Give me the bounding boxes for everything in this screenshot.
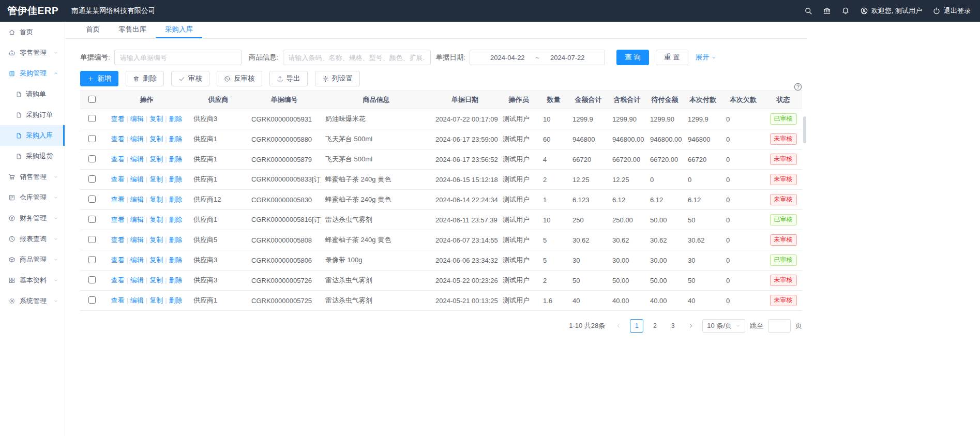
sidebar-item-purchase-return[interactable]: 采购退货 xyxy=(0,146,65,167)
expand-filters-link[interactable]: 展开 xyxy=(696,53,717,62)
delete-link[interactable]: 删除 xyxy=(169,115,183,123)
row-checkbox[interactable] xyxy=(88,196,96,203)
tab-purchase-inbound[interactable]: 采购入库 xyxy=(156,22,202,38)
cell-payable: 66720.00 xyxy=(646,149,684,170)
edit-link[interactable]: 编辑 xyxy=(130,276,144,284)
row-checkbox[interactable] xyxy=(88,155,96,162)
edit-link[interactable]: 编辑 xyxy=(130,236,144,244)
copy-link[interactable]: 复制 xyxy=(149,216,163,223)
view-link[interactable]: 查看 xyxy=(111,256,124,264)
prev-page-button[interactable] xyxy=(612,319,625,333)
date-range-picker[interactable]: ~ xyxy=(470,50,605,65)
delete-link[interactable]: 删除 xyxy=(169,216,183,223)
copy-link[interactable]: 复制 xyxy=(149,196,163,203)
delete-link[interactable]: 删除 xyxy=(169,196,183,203)
sidebar-item-retail-mgmt[interactable]: 零售管理 xyxy=(0,42,65,63)
page-button-2[interactable]: 2 xyxy=(648,319,661,333)
sidebar-item-purchase-inbound[interactable]: 采购入库 xyxy=(0,125,65,146)
doc-no-input[interactable] xyxy=(114,50,242,65)
edit-link[interactable]: 编辑 xyxy=(130,196,144,203)
edit-link[interactable]: 编辑 xyxy=(130,115,144,123)
delete-link[interactable]: 删除 xyxy=(169,175,183,183)
view-link[interactable]: 查看 xyxy=(111,175,124,183)
sidebar-item-product-mgmt[interactable]: 商品管理 xyxy=(0,249,65,270)
delete-link[interactable]: 删除 xyxy=(169,296,183,304)
row-checkbox[interactable] xyxy=(88,256,96,263)
jump-page-input[interactable] xyxy=(768,319,791,333)
row-checkbox[interactable] xyxy=(88,216,96,223)
delete-link[interactable]: 删除 xyxy=(169,276,183,284)
edit-link[interactable]: 编辑 xyxy=(130,175,144,183)
cell-product: 雷达杀虫气雾剂 xyxy=(321,270,431,291)
row-checkbox[interactable] xyxy=(88,276,96,283)
tab-retail-outbound[interactable]: 零售出库 xyxy=(109,22,156,38)
view-link[interactable]: 查看 xyxy=(111,276,124,284)
edit-link[interactable]: 编辑 xyxy=(130,256,144,264)
sidebar-item-finance-mgmt[interactable]: 财务管理 xyxy=(0,208,65,229)
row-checkbox[interactable] xyxy=(88,115,96,122)
welcome-user-menu[interactable]: 欢迎您, 测试用户 xyxy=(860,6,922,16)
view-link[interactable]: 查看 xyxy=(111,216,124,223)
next-page-button[interactable] xyxy=(684,319,698,333)
cell-status: 未审核 xyxy=(764,190,802,210)
bank-icon[interactable] xyxy=(823,7,831,15)
table-scrollbar[interactable] xyxy=(803,109,806,310)
delete-link[interactable]: 删除 xyxy=(169,256,183,264)
view-link[interactable]: 查看 xyxy=(111,236,124,244)
add-button[interactable]: 新增 xyxy=(80,71,118,86)
copy-link[interactable]: 复制 xyxy=(149,236,163,244)
sidebar-item-purchase-order[interactable]: 采购订单 xyxy=(0,104,65,125)
edit-link[interactable]: 编辑 xyxy=(130,155,144,163)
sidebar-item-purchase-request[interactable]: 请购单 xyxy=(0,84,65,104)
date-to-input[interactable] xyxy=(545,54,590,62)
column-settings-button[interactable]: 列设置 xyxy=(315,71,360,86)
search-icon[interactable] xyxy=(804,7,812,15)
sidebar-item-base-data[interactable]: 基本资料 xyxy=(0,270,65,291)
page-size-select[interactable]: 10 条/页 xyxy=(702,319,745,333)
page-button-1[interactable]: 1 xyxy=(630,319,643,333)
product-info-input[interactable] xyxy=(283,50,431,65)
view-link[interactable]: 查看 xyxy=(111,155,124,163)
view-link[interactable]: 查看 xyxy=(111,115,124,123)
row-checkbox[interactable] xyxy=(88,236,96,243)
view-link[interactable]: 查看 xyxy=(111,196,124,203)
sidebar-item-system-mgmt[interactable]: 系统管理 xyxy=(0,291,65,311)
date-from-input[interactable] xyxy=(485,54,530,62)
logout-button[interactable]: 退出登录 xyxy=(932,6,971,16)
audit-button[interactable]: 审核 xyxy=(171,71,209,86)
delete-link[interactable]: 删除 xyxy=(169,135,183,143)
row-checkbox[interactable] xyxy=(88,296,96,304)
copy-link[interactable]: 复制 xyxy=(149,155,163,163)
delete-link[interactable]: 删除 xyxy=(169,236,183,244)
unaudit-button[interactable]: 反审核 xyxy=(217,71,262,86)
reset-button[interactable]: 重 置 xyxy=(656,50,688,65)
sidebar-item-purchase-mgmt[interactable]: 采购管理 xyxy=(0,63,65,84)
bell-icon[interactable] xyxy=(841,7,850,15)
copy-link[interactable]: 复制 xyxy=(149,256,163,264)
copy-link[interactable]: 复制 xyxy=(149,296,163,304)
view-link[interactable]: 查看 xyxy=(111,296,124,304)
copy-link[interactable]: 复制 xyxy=(149,135,163,143)
page-button-3[interactable]: 3 xyxy=(666,319,680,333)
copy-link[interactable]: 复制 xyxy=(149,175,163,183)
sidebar-item-sales-mgmt[interactable]: 销售管理 xyxy=(0,167,65,187)
delete-button[interactable]: 删除 xyxy=(126,71,164,86)
cell-paid: 6.12 xyxy=(684,190,722,210)
edit-link[interactable]: 编辑 xyxy=(130,216,144,223)
export-button[interactable]: 导出 xyxy=(269,71,308,86)
scrollbar-thumb[interactable] xyxy=(803,116,806,143)
copy-link[interactable]: 复制 xyxy=(149,115,163,123)
tab-home[interactable]: 首页 xyxy=(77,22,109,38)
sidebar-item-report-query[interactable]: 报表查询 xyxy=(0,229,65,249)
delete-link[interactable]: 删除 xyxy=(169,155,183,163)
copy-link[interactable]: 复制 xyxy=(149,276,163,284)
sidebar-item-home[interactable]: 首页 xyxy=(0,22,65,42)
view-link[interactable]: 查看 xyxy=(111,135,124,143)
select-all-checkbox[interactable] xyxy=(88,96,96,103)
row-checkbox[interactable] xyxy=(88,175,96,183)
sidebar-item-warehouse-mgmt[interactable]: 仓库管理 xyxy=(0,187,65,208)
edit-link[interactable]: 编辑 xyxy=(130,296,144,304)
row-checkbox[interactable] xyxy=(88,135,96,142)
search-button[interactable]: 查 询 xyxy=(616,50,649,65)
edit-link[interactable]: 编辑 xyxy=(130,135,144,143)
